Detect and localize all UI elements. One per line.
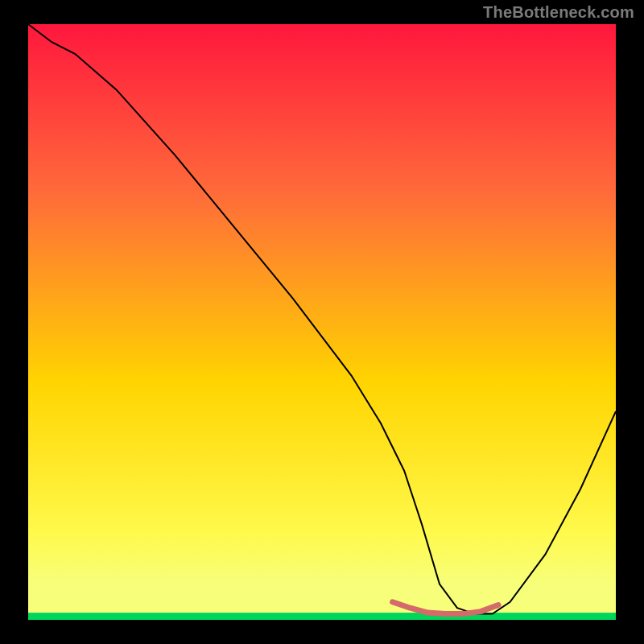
gradient-background [28, 24, 616, 620]
chart-frame: TheBottleneck.com [0, 0, 644, 644]
watermark-text: TheBottleneck.com [483, 3, 634, 22]
green-baseline [28, 613, 616, 620]
bottleneck-chart [0, 0, 644, 644]
